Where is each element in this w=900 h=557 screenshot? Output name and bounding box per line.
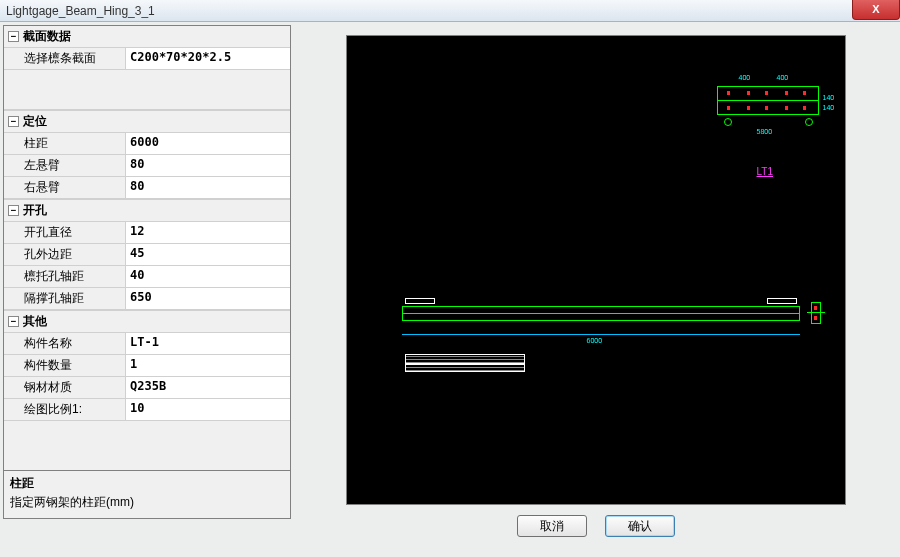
group-section-title: 截面数据 <box>23 28 71 45</box>
schedule-table <box>405 364 525 372</box>
description-title: 柱距 <box>10 475 284 492</box>
right-panel: 400 400 140 140 5800 LT1 <box>294 25 897 519</box>
group-section[interactable]: − 截面数据 <box>4 26 290 48</box>
end-flange <box>807 312 825 313</box>
row-rightcant[interactable]: 右悬臂 80 <box>4 177 290 199</box>
minus-icon[interactable]: − <box>8 205 19 216</box>
dim-line <box>402 334 800 335</box>
label-bracketdist: 檩托孔轴距 <box>4 266 126 287</box>
value-edgedist[interactable]: 45 <box>126 244 290 265</box>
close-button[interactable]: X <box>852 0 900 20</box>
row-leftcant[interactable]: 左悬臂 80 <box>4 155 290 177</box>
dim-text: 5800 <box>757 128 773 135</box>
minus-icon[interactable]: − <box>8 316 19 327</box>
hole-mark <box>765 106 768 110</box>
description-text: 指定两钢架的柱距(mm) <box>10 494 284 511</box>
bracket-left <box>405 298 435 304</box>
label-material: 钢材材质 <box>4 377 126 398</box>
group-holes[interactable]: − 开孔 <box>4 199 290 222</box>
value-rightcant[interactable]: 80 <box>126 177 290 198</box>
dim-text: 140 <box>823 104 835 111</box>
label-edgedist: 孔外边距 <box>4 244 126 265</box>
value-profile[interactable]: C200*70*20*2.5 <box>126 48 290 69</box>
dim-text: 140 <box>823 94 835 101</box>
group-other[interactable]: − 其他 <box>4 310 290 333</box>
row-colspan[interactable]: 柱距 6000 <box>4 133 290 155</box>
hole-mark <box>727 106 730 110</box>
window-title: Lightgage_Beam_Hing_3_1 <box>6 4 155 18</box>
value-material[interactable]: Q235B <box>126 377 290 398</box>
beam-mid <box>402 313 800 314</box>
support-circle <box>805 118 813 126</box>
value-bracketdist[interactable]: 40 <box>126 266 290 287</box>
row-edgedist[interactable]: 孔外边距 45 <box>4 244 290 266</box>
label-diameter: 开孔直径 <box>4 222 126 243</box>
detail-label: LT1 <box>757 166 774 177</box>
group-other-title: 其他 <box>23 313 47 330</box>
titlebar: Lightgage_Beam_Hing_3_1 X <box>0 0 900 22</box>
label-bracedist: 隔撑孔轴距 <box>4 288 126 309</box>
hole-mark <box>747 106 750 110</box>
label-name: 构件名称 <box>4 333 126 354</box>
group-position[interactable]: − 定位 <box>4 110 290 133</box>
row-name[interactable]: 构件名称 LT-1 <box>4 333 290 355</box>
hole-mark <box>765 91 768 95</box>
dim-text: 400 <box>777 74 789 81</box>
support-circle <box>724 118 732 126</box>
value-name[interactable]: LT-1 <box>126 333 290 354</box>
hole-mark <box>814 316 817 320</box>
property-grid: − 截面数据 选择檩条截面 C200*70*20*2.5 − 定位 柱距 600… <box>4 26 290 470</box>
label-scale: 绘图比例1: <box>4 399 126 420</box>
label-leftcant: 左悬臂 <box>4 155 126 176</box>
property-panel: − 截面数据 选择檩条截面 C200*70*20*2.5 − 定位 柱距 600… <box>3 25 291 519</box>
canvas-wrap: 400 400 140 140 5800 LT1 <box>294 25 897 515</box>
minus-icon[interactable]: − <box>8 31 19 42</box>
value-diameter[interactable]: 12 <box>126 222 290 243</box>
label-rightcant: 右悬臂 <box>4 177 126 198</box>
content: − 截面数据 选择檩条截面 C200*70*20*2.5 − 定位 柱距 600… <box>0 22 900 522</box>
description-panel: 柱距 指定两钢架的柱距(mm) <box>4 470 290 518</box>
dim-text: 6000 <box>587 337 603 344</box>
schedule-table <box>405 354 525 364</box>
hole-mark <box>803 106 806 110</box>
value-bracedist[interactable]: 650 <box>126 288 290 309</box>
label-profile: 选择檩条截面 <box>4 48 126 69</box>
hole-mark <box>747 91 750 95</box>
button-row: 取消 确认 <box>294 515 897 537</box>
row-material[interactable]: 钢材材质 Q235B <box>4 377 290 399</box>
hole-mark <box>785 106 788 110</box>
group-position-title: 定位 <box>23 113 47 130</box>
row-bracedist[interactable]: 隔撑孔轴距 650 <box>4 288 290 310</box>
hole-mark <box>814 306 817 310</box>
hole-mark <box>785 91 788 95</box>
detail-top-mid <box>717 100 819 101</box>
row-profile[interactable]: 选择檩条截面 C200*70*20*2.5 <box>4 48 290 70</box>
row-qty[interactable]: 构件数量 1 <box>4 355 290 377</box>
value-colspan[interactable]: 6000 <box>126 133 290 154</box>
label-qty: 构件数量 <box>4 355 126 376</box>
hole-mark <box>727 91 730 95</box>
row-diameter[interactable]: 开孔直径 12 <box>4 222 290 244</box>
label-colspan: 柱距 <box>4 133 126 154</box>
value-scale[interactable]: 10 <box>126 399 290 420</box>
value-leftcant[interactable]: 80 <box>126 155 290 176</box>
cad-canvas[interactable]: 400 400 140 140 5800 LT1 <box>346 35 846 505</box>
hole-mark <box>803 91 806 95</box>
minus-icon[interactable]: − <box>8 116 19 127</box>
spacer <box>4 70 290 110</box>
cancel-button[interactable]: 取消 <box>517 515 587 537</box>
dim-text: 400 <box>739 74 751 81</box>
value-qty[interactable]: 1 <box>126 355 290 376</box>
bracket-right <box>767 298 797 304</box>
row-scale[interactable]: 绘图比例1: 10 <box>4 399 290 421</box>
ok-button[interactable]: 确认 <box>605 515 675 537</box>
row-bracketdist[interactable]: 檩托孔轴距 40 <box>4 266 290 288</box>
group-holes-title: 开孔 <box>23 202 47 219</box>
